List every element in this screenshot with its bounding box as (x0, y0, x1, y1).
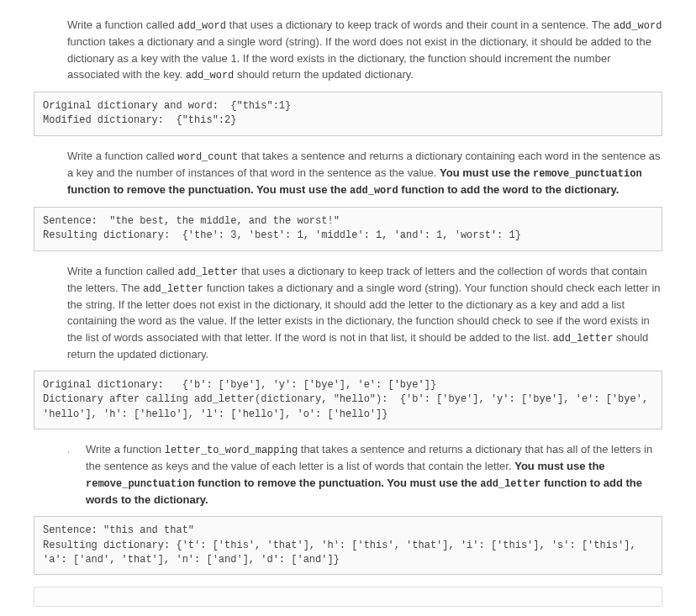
fn-name: add_letter (177, 266, 238, 278)
code-example-word-count: Sentence: "the best, the middle, and the… (34, 207, 662, 251)
code-example-add-letter: Original dictionary: {'b': ['bye'], 'y':… (34, 371, 662, 429)
task-word-count: Write a function called word_count that … (34, 148, 662, 198)
fn-name: add_letter (480, 478, 540, 490)
fn-name: add_letter (552, 333, 613, 345)
list-marker: . (67, 441, 86, 508)
text: should return the updated dictionary. (237, 68, 414, 81)
text: function to remove the punctuation. You … (67, 183, 350, 196)
text: function to add the word to the dictiona… (401, 183, 619, 196)
fn-name: remove_punctuation (533, 168, 642, 180)
text: Write a function (86, 443, 165, 455)
text: Write a function called (67, 265, 177, 277)
text: that uses a dictionary to keep track of … (229, 18, 614, 31)
fn-name: add_word (350, 185, 398, 197)
fn-name: remove_punctuation (86, 478, 195, 490)
text: Write a function called (67, 150, 177, 162)
code-example-letter-mapping: Sentence: "this and that" Resulting dict… (34, 516, 662, 575)
code-example-add-word: Original dictionary and word: {"this":1}… (34, 92, 662, 136)
separator-bar (34, 587, 662, 607)
fn-name: add_letter (143, 283, 203, 295)
fn-name: add_word (614, 20, 662, 32)
text: You must use the (514, 460, 604, 472)
task-letter-to-word-mapping: . Write a function letter_to_word_mappin… (34, 441, 662, 508)
text: You must use the (440, 166, 533, 179)
fn-name: add_word (177, 20, 226, 32)
fn-name: word_count (177, 151, 238, 163)
fn-name: letter_to_word_mapping (165, 445, 298, 456)
task-add-word: Write a function called add_word that us… (34, 17, 662, 83)
text: function to remove the punctuation. You … (198, 476, 480, 489)
fn-name: add_word (186, 70, 235, 82)
text: Write a function called (67, 18, 177, 31)
task-add-letter: Write a function called add_letter that … (34, 263, 662, 363)
